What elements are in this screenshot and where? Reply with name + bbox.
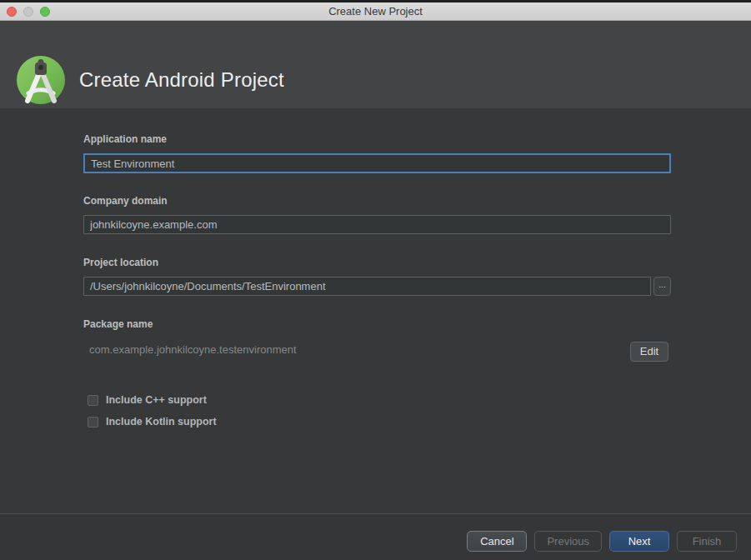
footer: Cancel Previous Next Finish: [0, 514, 751, 560]
next-button[interactable]: Next: [609, 531, 669, 552]
android-studio-logo-icon: [17, 56, 65, 104]
include-kotlin-checkbox-row[interactable]: Include Kotlin support: [88, 416, 217, 428]
edit-package-button[interactable]: Edit: [630, 342, 668, 362]
browse-folder-button[interactable]: ...: [653, 277, 671, 296]
package-name-label: Package name: [83, 318, 153, 330]
cancel-button[interactable]: Cancel: [467, 531, 527, 552]
include-kotlin-label: Include Kotlin support: [106, 416, 217, 428]
minimize-window-icon[interactable]: [23, 7, 33, 17]
page-title: Create Android Project: [79, 68, 284, 92]
include-cpp-label: Include C++ support: [106, 394, 207, 406]
checkbox-unchecked-icon[interactable]: [88, 417, 98, 428]
footer-buttons: Cancel Previous Next Finish: [467, 531, 737, 552]
package-name-value: com.example.johnkilcoyne.testenvironment: [89, 343, 297, 356]
zoom-window-icon[interactable]: [40, 7, 50, 17]
previous-button[interactable]: Previous: [534, 531, 602, 552]
include-cpp-checkbox-row[interactable]: Include C++ support: [88, 394, 207, 406]
company-domain-label: Company domain: [83, 195, 168, 207]
close-window-icon[interactable]: [7, 7, 17, 17]
window-titlebar[interactable]: Create New Project: [0, 2, 751, 21]
window-controls: [7, 7, 50, 17]
finish-button[interactable]: Finish: [677, 531, 737, 552]
application-name-label: Application name: [83, 133, 167, 145]
project-location-label: Project location: [83, 257, 158, 268]
checkbox-unchecked-icon[interactable]: [88, 395, 98, 406]
application-name-input[interactable]: [83, 153, 671, 173]
project-location-input[interactable]: [83, 277, 651, 296]
wizard-header: Create Android Project: [0, 21, 751, 108]
company-domain-input[interactable]: [83, 215, 671, 234]
window-title: Create New Project: [0, 2, 751, 21]
